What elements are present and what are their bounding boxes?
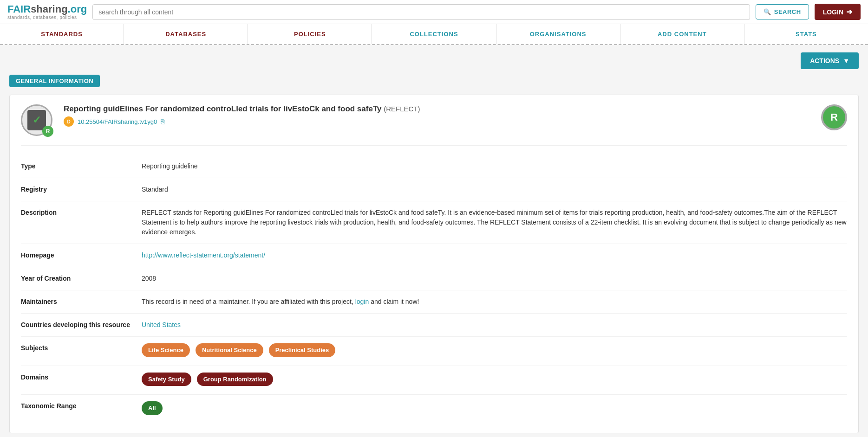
nav-databases[interactable]: DATABASES <box>124 24 248 44</box>
search-input[interactable] <box>92 4 750 20</box>
nav-stats[interactable]: STATS <box>744 24 868 44</box>
subjects-value: Life Science Nutritional Science Preclin… <box>142 343 847 359</box>
logo-text: FAIRsharing.org <box>7 4 87 15</box>
header: FAIRsharing.org standards, databases, po… <box>0 0 868 24</box>
homepage-link[interactable]: http://www.reflect-statement.org/stateme… <box>142 251 265 259</box>
maintainers-value: This record is in need of a maintainer. … <box>142 297 847 307</box>
taxonomic-tag-all[interactable]: All <box>142 401 163 415</box>
record-icon-wrap: ✓ R <box>21 104 54 138</box>
maintainers-row: Maintainers This record is in need of a … <box>21 290 847 314</box>
registry-label: Registry <box>21 185 142 193</box>
domains-label: Domains <box>21 373 142 381</box>
main-nav: STANDARDS DATABASES POLICIES COLLECTIONS… <box>0 24 868 45</box>
description-row: Description REFLECT stands for Reporting… <box>21 201 847 244</box>
description-value: REFLECT stands for Reporting guidElines … <box>142 208 847 237</box>
doi-icon: D <box>64 116 74 127</box>
record-title-area: Reporting guidElines For randomized cont… <box>64 104 847 127</box>
chevron-down-icon: ▼ <box>843 57 849 64</box>
search-button[interactable]: 🔍 SEARCH <box>756 4 809 19</box>
maintainers-label: Maintainers <box>21 297 142 305</box>
actions-button[interactable]: ACTIONS ▼ <box>801 52 859 69</box>
doi-link[interactable]: 10.25504/FAIRsharing.tv1yg0 <box>78 118 157 125</box>
registry-badge-small: R <box>42 126 53 137</box>
record-header: ✓ R Reporting guidElines For randomized … <box>21 104 847 146</box>
record-doi-row: D 10.25504/FAIRsharing.tv1yg0 ⎘ <box>64 116 847 127</box>
homepage-value: http://www.reflect-statement.org/stateme… <box>142 251 847 260</box>
logo-sharing: sharing <box>31 3 67 15</box>
domain-tag-group-randomization[interactable]: Group Randomization <box>197 373 273 386</box>
search-button-label: SEARCH <box>774 8 801 15</box>
actions-row: ACTIONS ▼ <box>9 52 859 69</box>
record-acronym: (REFLECT) <box>384 105 420 113</box>
logo-fair: FAIR <box>7 3 31 15</box>
type-value: Reporting guideline <box>142 161 847 171</box>
maintainers-text-before: This record is in need of a maintainer. … <box>142 298 353 305</box>
countries-row: Countries developing this resource Unite… <box>21 314 847 337</box>
record-title-text: Reporting guidElines For randomized cont… <box>64 104 381 113</box>
subject-tag-nutritional-science[interactable]: Nutritional Science <box>196 343 263 357</box>
subject-tag-preclinical-studies[interactable]: Preclinical Studies <box>269 343 336 357</box>
year-label: Year of Creation <box>21 274 142 282</box>
homepage-label: Homepage <box>21 251 142 259</box>
logo-subtitle: standards, databases, policies <box>7 15 87 20</box>
maintainers-text-after: and claim it now! <box>371 298 419 305</box>
login-button[interactable]: LOGIN ➜ <box>815 4 861 20</box>
countries-link[interactable]: United States <box>142 321 181 328</box>
domain-tag-safety-study[interactable]: Safety Study <box>142 373 191 386</box>
nav-organisations[interactable]: ORGANISATIONS <box>496 24 620 44</box>
registry-badge-large: R <box>821 104 847 130</box>
type-label: Type <box>21 161 142 170</box>
record-title: Reporting guidElines For randomized cont… <box>64 104 847 114</box>
subjects-row: Subjects Life Science Nutritional Scienc… <box>21 337 847 366</box>
year-row: Year of Creation 2008 <box>21 267 847 290</box>
content-card: R ✓ R Reporting guidElines For randomize… <box>9 95 859 433</box>
year-value: 2008 <box>142 274 847 283</box>
section-badge: GENERAL INFORMATION <box>9 75 100 87</box>
login-button-label: LOGIN <box>823 8 843 16</box>
registry-value: Standard <box>142 185 847 194</box>
login-arrow-icon: ➜ <box>846 7 852 16</box>
taxonomic-value: All <box>142 401 847 417</box>
logo: FAIRsharing.org standards, databases, po… <box>7 4 87 20</box>
taxonomic-label: Taxonomic Range <box>21 401 142 410</box>
registry-row: Registry Standard <box>21 178 847 201</box>
countries-label: Countries developing this resource <box>21 320 142 328</box>
nav-policies[interactable]: POLICIES <box>248 24 372 44</box>
domains-row: Domains Safety Study Group Randomization <box>21 366 847 395</box>
taxonomic-row: Taxonomic Range All <box>21 395 847 424</box>
info-table: Type Reporting guideline Registry Standa… <box>21 155 847 424</box>
description-label: Description <box>21 208 142 216</box>
subjects-label: Subjects <box>21 343 142 352</box>
domains-value: Safety Study Group Randomization <box>142 373 847 388</box>
actions-button-label: ACTIONS <box>810 57 839 64</box>
nav-add-content[interactable]: ADD CONTENT <box>620 24 744 44</box>
nav-collections[interactable]: COLLECTIONS <box>372 24 496 44</box>
nav-standards[interactable]: STANDARDS <box>0 24 124 44</box>
search-icon: 🔍 <box>764 8 771 15</box>
homepage-row: Homepage http://www.reflect-statement.or… <box>21 244 847 267</box>
countries-value: United States <box>142 320 847 330</box>
copy-icon[interactable]: ⎘ <box>161 118 164 125</box>
type-row: Type Reporting guideline <box>21 155 847 178</box>
maintainers-login-link[interactable]: login <box>355 298 369 305</box>
checkmark-icon: ✓ <box>33 114 41 126</box>
subject-tag-life-science[interactable]: Life Science <box>142 343 190 357</box>
main-content: ACTIONS ▼ GENERAL INFORMATION R ✓ R Repo… <box>0 45 868 437</box>
logo-org: .org <box>68 3 87 15</box>
